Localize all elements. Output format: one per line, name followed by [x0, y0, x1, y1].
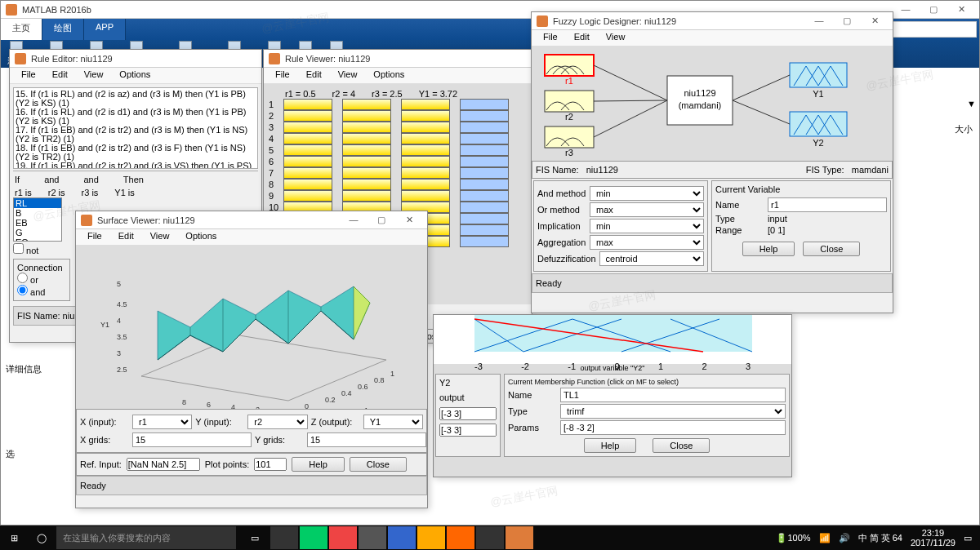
svg-text:Y2: Y2	[813, 138, 823, 148]
mf-type-select[interactable]: trimf	[560, 404, 786, 419]
var-name-input[interactable]	[768, 197, 887, 212]
and-radio[interactable]	[17, 285, 28, 295]
maximize-icon[interactable]: ▢	[368, 212, 394, 228]
svg-text:r2: r2	[565, 112, 573, 122]
agg-select[interactable]: max	[590, 235, 704, 250]
surface-plot[interactable]: Y1 54.543.532.5 86420 r2 00.20.40.60.81 …	[76, 246, 427, 409]
svg-line-9	[594, 65, 667, 100]
current-variable-label: Current Variable	[715, 184, 887, 194]
mf-params-input[interactable]	[560, 420, 786, 435]
svg-text:0.8: 0.8	[374, 376, 385, 384]
svg-text:r1: r1	[565, 76, 573, 86]
maximize-icon[interactable]: ▢	[920, 2, 947, 18]
y-grids-input[interactable]	[307, 432, 426, 447]
sv-close-button[interactable]: Close	[350, 457, 407, 472]
taskbar: ⊞ ◯ 在这里输入你要搜素的内容 ▭ 🔋100% 📶 🔊 中 简 英 64 23…	[0, 526, 980, 550]
impl-select[interactable]: min	[590, 219, 704, 233]
minimize-icon[interactable]: —	[341, 212, 367, 228]
volume-icon[interactable]: 🔊	[839, 533, 850, 543]
or-method-select[interactable]: max	[590, 202, 704, 217]
svg-text:3.5: 3.5	[117, 333, 127, 341]
tab-plot[interactable]: 绘图	[42, 19, 84, 40]
or-radio[interactable]	[17, 273, 28, 283]
fld-title: Fuzzy Logic Designer: niu1129	[553, 16, 806, 26]
taskbar-app[interactable]	[270, 526, 298, 549]
minimize-icon[interactable]: —	[806, 13, 832, 29]
matlab-icon	[6, 4, 17, 16]
tab-app[interactable]: APP	[84, 19, 126, 40]
and-method-select[interactable]: min	[590, 186, 704, 201]
edge-icon[interactable]	[300, 526, 327, 549]
svg-text:8: 8	[182, 398, 186, 406]
svg-text:3: 3	[117, 349, 121, 357]
rule-editor-title: Rule Editor: niu1129	[31, 54, 256, 64]
minimize-icon[interactable]: —	[893, 2, 919, 18]
svg-text:2.5: 2.5	[117, 366, 127, 374]
svg-text:(mamdani): (mamdani)	[679, 100, 722, 110]
mf-plot[interactable]	[474, 315, 752, 360]
close-icon[interactable]: ✕	[396, 212, 422, 228]
y-input-select[interactable]: r2	[247, 415, 307, 429]
clock-date[interactable]: 2017/11/29	[911, 538, 956, 548]
explorer-icon[interactable]	[417, 526, 445, 549]
fld-close-button[interactable]: Close	[803, 242, 860, 256]
svg-text:0.6: 0.6	[358, 383, 368, 391]
start-button[interactable]: ⊞	[0, 533, 28, 543]
close-icon[interactable]: ✕	[862, 13, 888, 29]
defuzz-select[interactable]: centroid	[599, 251, 704, 266]
task-view-icon[interactable]: ▭	[241, 526, 269, 549]
z-output-select[interactable]: Y1	[363, 415, 423, 429]
mf-close-button[interactable]: Close	[653, 438, 710, 453]
range2-input[interactable]	[439, 424, 497, 437]
svg-rect-18	[474, 315, 752, 352]
tab-home[interactable]: 主页	[1, 19, 42, 40]
svg-rect-2	[545, 91, 594, 112]
rule-list[interactable]: 15. If (r1 is RL) and (r2 is az) and (r3…	[13, 87, 258, 169]
svg-text:niu1129: niu1129	[684, 88, 715, 98]
svg-text:4: 4	[231, 403, 235, 409]
matlab-taskbar-icon[interactable]	[506, 526, 533, 549]
r1-listbox[interactable]: RL B EB G EG	[13, 197, 62, 242]
size-label: 大小	[955, 123, 973, 135]
svg-text:5: 5	[117, 280, 121, 288]
surface-title: Surface Viewer: niu1129	[97, 215, 341, 225]
maximize-icon[interactable]: ▢	[834, 13, 860, 29]
sv-status: Ready	[76, 476, 427, 495]
close-icon[interactable]: ✕	[948, 2, 974, 18]
cur-mf-label: Current Membership Function (click on MF…	[508, 378, 786, 386]
detail-label: 详细信息	[6, 363, 42, 375]
rule-col-y1[interactable]	[460, 99, 509, 247]
svg-text:0: 0	[305, 402, 309, 409]
taskbar-app[interactable]	[476, 526, 504, 549]
rule-viewer-title: Rule Viewer: niu1129	[285, 54, 527, 64]
sv-help-button[interactable]: Help	[292, 457, 345, 472]
mf-name-input[interactable]	[560, 388, 786, 402]
connection-label: Connection	[17, 263, 66, 273]
svg-text:6: 6	[207, 401, 211, 409]
network-icon[interactable]: 📶	[819, 533, 831, 543]
taskbar-app[interactable]	[359, 526, 386, 549]
ref-input[interactable]	[127, 458, 200, 471]
plot-points-input[interactable]	[254, 458, 287, 471]
svg-text:2: 2	[256, 406, 260, 409]
svg-text:0: 0	[280, 408, 284, 409]
notifications-icon[interactable]: ▭	[964, 533, 972, 543]
svg-text:4: 4	[117, 317, 121, 325]
mf-help-button[interactable]: Help	[584, 438, 637, 453]
not-checkbox[interactable]	[13, 243, 24, 254]
ime-indicator[interactable]: 中 简 英 64	[858, 532, 902, 544]
taskbar-app[interactable]	[447, 526, 474, 549]
range1-input[interactable]	[439, 407, 497, 420]
fis-diagram[interactable]: r1 r2 r3 niu1129 (mamdani) Y1 Y2	[537, 51, 888, 157]
clock-time[interactable]: 23:19	[911, 528, 956, 538]
x-grids-input[interactable]	[132, 432, 252, 447]
fld-status: Ready	[532, 273, 893, 293]
taskbar-app[interactable]	[388, 526, 416, 549]
taskbar-app[interactable]	[329, 526, 357, 549]
battery-icon[interactable]: 🔋100%	[776, 533, 810, 543]
svg-text:1: 1	[390, 370, 394, 378]
cortana-icon[interactable]: ◯	[28, 533, 56, 543]
taskbar-search[interactable]: 在这里输入你要搜素的内容	[56, 526, 236, 549]
x-input-select[interactable]: r1	[132, 415, 192, 429]
fld-help-button[interactable]: Help	[742, 242, 795, 256]
